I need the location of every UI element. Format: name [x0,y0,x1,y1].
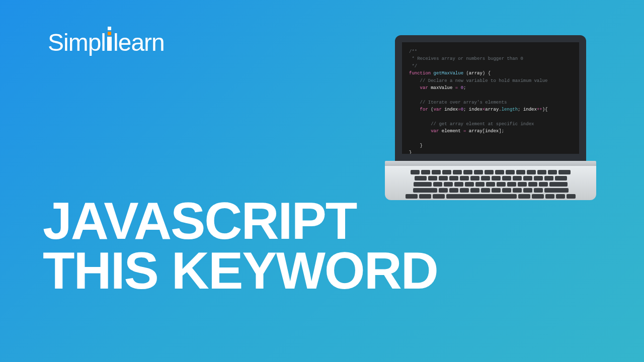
code-line: for (var index=0; index<array.length; in… [409,106,572,113]
code-blank [409,114,572,121]
logo-i-icon [107,28,112,56]
key-row [396,170,585,174]
laptop-illustration: /** * Receives array or numbers bugger t… [385,35,596,200]
brand-logo: Simpl learn [48,28,165,56]
code-blank [409,135,572,142]
slide-title: JAVASCRIPT THIS KEYWORD [43,196,438,296]
code-line: var maxValue = 0; [409,84,572,92]
code-line: function getMaxValue (array) { [409,70,572,77]
key-row [396,194,585,199]
code-blank [409,92,572,99]
code-line: var element = array[index]; [409,128,572,135]
code-comment: */ [409,63,572,70]
key-row [396,176,585,180]
key-row [396,182,585,187]
laptop-screen: /** * Receives array or numbers bugger t… [395,35,586,161]
title-line-2: THIS KEYWORD [43,246,438,296]
code-comment: // get array element at specific index [409,121,572,128]
title-line-1: JAVASCRIPT [43,196,438,246]
logo-text-part1: Simpl [48,29,106,56]
laptop-keyboard [385,166,596,200]
code-comment: // Iterate over array's elements [409,99,572,106]
code-line: } [409,149,572,156]
code-line: } [409,142,572,149]
logo-text-part2: learn [113,29,165,56]
code-comment: /** [409,48,572,55]
key-row [396,188,585,193]
laptop-hinge [385,161,596,166]
code-comment: * Receives array or numbers bugger than … [409,55,572,62]
code-comment: // Declare a new variable to hold maximu… [409,77,572,84]
